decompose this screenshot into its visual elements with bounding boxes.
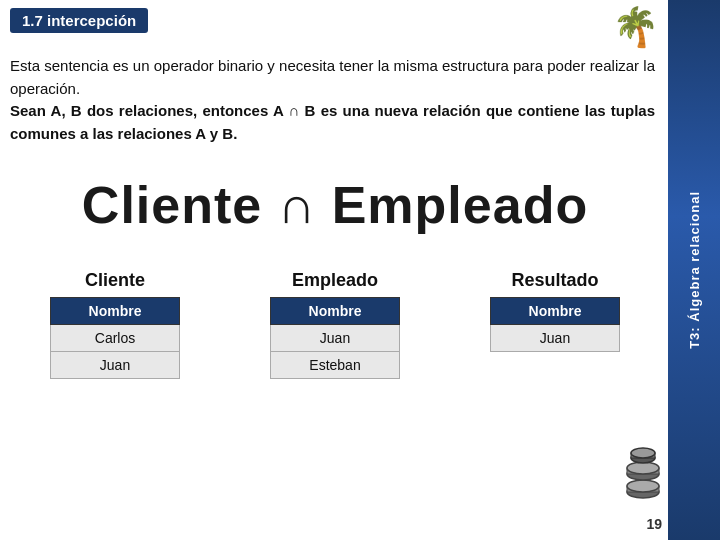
db-icons-area [622,446,664,505]
cliente-header: Nombre [51,298,180,325]
empleado-table: Nombre Juan Esteban [270,297,400,379]
empleado-table-title: Empleado [292,270,378,291]
sidebar-label: T3: Álgebra relacional [687,191,702,349]
cliente-table-title: Cliente [85,270,145,291]
empleado-row-1: Juan [271,325,400,352]
resultado-table-title: Resultado [511,270,598,291]
svg-point-8 [631,448,655,458]
description-text: Esta sentencia es un operador binario y … [10,55,660,145]
tables-section: Cliente Nombre Carlos Juan Empleado Nomb… [10,270,660,379]
resultado-row-1: Juan [491,325,620,352]
cliente-row-2: Juan [51,352,180,379]
cliente-row-1: Carlos [51,325,180,352]
page-number: 19 [646,516,662,532]
cliente-table-container: Cliente Nombre Carlos Juan [50,270,180,379]
svg-point-5 [627,462,659,474]
main-content: Esta sentencia es un operador binario y … [10,10,660,510]
main-title: Cliente ∩ Empleado [10,175,660,235]
empleado-table-container: Empleado Nombre Juan Esteban [270,270,400,379]
resultado-table-container: Resultado Nombre Juan [490,270,620,352]
svg-point-2 [627,480,659,492]
empleado-row-2: Esteban [271,352,400,379]
database-icon [622,446,664,501]
empleado-header: Nombre [271,298,400,325]
resultado-table: Nombre Juan [490,297,620,352]
cliente-table: Nombre Carlos Juan [50,297,180,379]
resultado-header: Nombre [491,298,620,325]
sidebar-bar: T3: Álgebra relacional [668,0,720,540]
